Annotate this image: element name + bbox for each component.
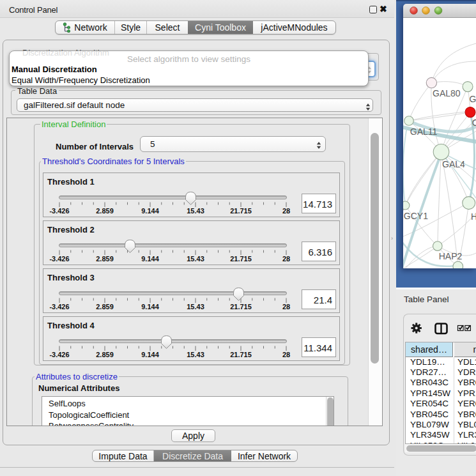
svg-text:HAP2: HAP2 [439,251,463,261]
svg-text:GA: GA [470,94,476,104]
svg-text:GCY1: GCY1 [404,211,428,221]
svg-text:GAL80: GAL80 [433,88,461,98]
svg-text:GAL4: GAL4 [442,159,465,169]
svg-text:H: H [471,211,476,222]
svg-text:GAL11: GAL11 [410,127,438,137]
svg-text:C: C [472,118,476,128]
